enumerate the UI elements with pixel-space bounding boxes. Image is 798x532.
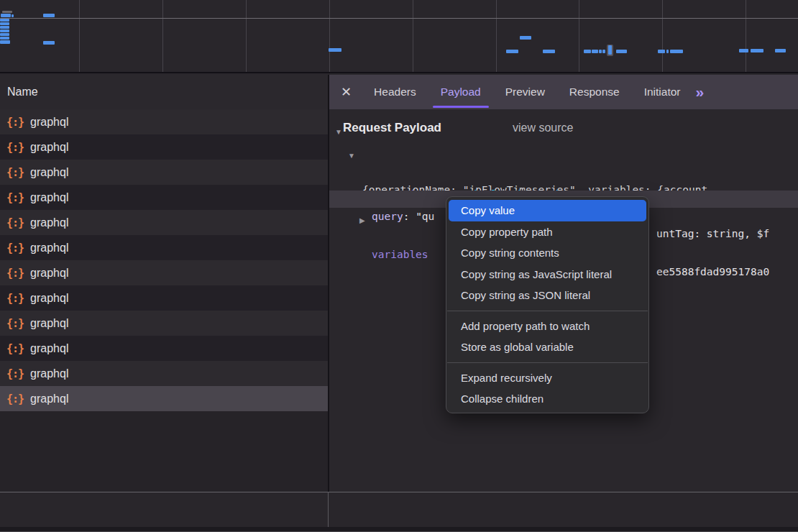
- request-rows: {:}graphql{:}graphql{:}graphql{:}graphql…: [0, 109, 328, 411]
- close-icon[interactable]: ✕: [329, 84, 356, 100]
- timeline-hover-marker-bar: [608, 45, 612, 55]
- json-braces-icon: {:}: [6, 166, 24, 179]
- menu-item-store-as-global-variable[interactable]: Store as global variable: [449, 336, 646, 358]
- request-row[interactable]: {:}graphql: [0, 260, 328, 285]
- request-timing-bar: [0, 22, 9, 25]
- property-row-operationName[interactable]: operationName: "ipFlowTimeseries": [329, 168, 798, 185]
- request-name: graphql: [30, 216, 68, 229]
- request-row[interactable]: {:}graphql: [0, 311, 328, 336]
- json-braces-icon: {:}: [6, 191, 24, 204]
- timeline-gridline: [413, 0, 413, 72]
- json-braces-icon: {:}: [6, 367, 24, 380]
- menu-item-copy-string-as-javascript-literal[interactable]: Copy string as JavaScript literal: [449, 264, 646, 285]
- timeline-divider-line: [0, 18, 798, 19]
- request-row[interactable]: {:}graphql: [0, 336, 328, 361]
- json-braces-icon: {:}: [6, 267, 24, 280]
- timeline-gridline: [329, 0, 330, 72]
- tab-headers[interactable]: Headers: [364, 75, 426, 109]
- json-braces-icon: {:}: [6, 116, 24, 129]
- menu-item-copy-string-contents[interactable]: Copy string contents: [449, 242, 646, 264]
- network-overview-timeline[interactable]: [0, 0, 798, 73]
- request-timing-bar: [329, 48, 341, 52]
- section-title: Request Payload: [343, 119, 441, 137]
- tab-payload[interactable]: Payload: [431, 75, 490, 109]
- request-timing-bar: [666, 50, 669, 53]
- devtools-network-panel: Name {:}graphql{:}graphql{:}graphql{:}gr…: [0, 0, 798, 532]
- timeline-gridline: [162, 0, 163, 72]
- menu-item-copy-property-path[interactable]: Copy property path: [449, 221, 646, 243]
- collapse-triangle-icon[interactable]: ▼: [348, 147, 355, 165]
- json-braces-icon: {:}: [6, 141, 24, 154]
- timeline-gridline: [579, 0, 579, 72]
- request-name: graphql: [30, 342, 68, 355]
- request-timing-bar: [12, 14, 14, 17]
- request-name: graphql: [30, 242, 68, 254]
- menu-separator: [447, 311, 648, 311]
- request-timing-bar: [520, 36, 531, 40]
- request-timing-bar: [0, 26, 9, 29]
- request-timing-bar: [775, 49, 786, 52]
- request-payload-section-header: ▼ Request Payload view source: [329, 119, 798, 137]
- menu-item-collapse-children[interactable]: Collapse children: [449, 388, 646, 410]
- request-name: graphql: [30, 141, 68, 154]
- request-timing-bar: [43, 14, 55, 17]
- tab-response[interactable]: Response: [560, 75, 629, 109]
- name-column-header[interactable]: Name: [0, 75, 328, 109]
- request-name: graphql: [30, 116, 68, 129]
- json-braces-icon: {:}: [6, 292, 24, 305]
- menu-separator: [447, 362, 648, 363]
- tabs-container: HeadersPayloadPreviewResponseInitiator: [362, 75, 692, 109]
- request-name: graphql: [30, 191, 68, 204]
- view-source-link[interactable]: view source: [513, 119, 573, 137]
- request-timing-bar: [658, 50, 665, 53]
- menu-item-expand-recursively[interactable]: Expand recursively: [449, 367, 646, 389]
- request-row[interactable]: {:}graphql: [0, 210, 328, 235]
- more-tabs-icon[interactable]: »: [695, 83, 702, 101]
- name-column-label: Name: [7, 86, 38, 98]
- request-timing-bar: [2, 11, 12, 13]
- details-tabbar: ✕ HeadersPayloadPreviewResponseInitiator…: [329, 75, 798, 109]
- request-timing-bar: [506, 50, 518, 53]
- menu-item-add-property-path-to-watch[interactable]: Add property path to watch: [449, 316, 646, 337]
- json-braces-icon: {:}: [6, 242, 24, 254]
- request-name: graphql: [30, 267, 68, 280]
- request-row[interactable]: {:}graphql: [0, 235, 328, 260]
- timeline-gridline: [496, 0, 497, 72]
- footer-panel-divider: [328, 492, 329, 527]
- menu-item-copy-string-as-json-literal[interactable]: Copy string as JSON literal: [449, 285, 646, 306]
- request-timing-bar: [602, 50, 605, 53]
- tab-initiator[interactable]: Initiator: [635, 75, 690, 109]
- json-braces-icon: {:}: [6, 216, 24, 229]
- expand-triangle-icon[interactable]: ▶: [359, 212, 365, 229]
- request-timing-bar: [592, 50, 598, 53]
- timeline-gridline: [246, 0, 247, 72]
- object-preview-row[interactable]: ▼ {operationName: "ipFlowTimeseries", va…: [329, 147, 798, 164]
- tab-preview[interactable]: Preview: [496, 75, 554, 109]
- json-braces-icon: {:}: [6, 317, 24, 330]
- request-row[interactable]: {:}graphql: [0, 386, 328, 411]
- request-timing-bar: [1, 14, 11, 17]
- request-name: graphql: [30, 166, 68, 179]
- collapse-triangle-icon[interactable]: ▼: [335, 123, 342, 142]
- request-row[interactable]: {:}graphql: [0, 285, 328, 311]
- request-timing-bar: [751, 49, 763, 52]
- timeline-gridline: [746, 0, 746, 72]
- timeline-hover-marker: [607, 45, 613, 56]
- request-row[interactable]: {:}graphql: [0, 361, 328, 386]
- timeline-gridline: [662, 0, 663, 72]
- request-row[interactable]: {:}graphql: [0, 134, 328, 160]
- request-timing-bar: [599, 50, 602, 53]
- menu-item-copy-value[interactable]: Copy value: [449, 200, 646, 221]
- request-row[interactable]: {:}graphql: [0, 160, 328, 185]
- request-row[interactable]: {:}graphql: [0, 185, 328, 210]
- request-name: graphql: [30, 367, 68, 380]
- request-timing-bar: [739, 49, 748, 52]
- request-timing-bar: [43, 41, 55, 45]
- request-timing-bar: [543, 50, 555, 53]
- status-footer: [0, 492, 798, 527]
- property-key: variables: [372, 246, 428, 263]
- request-row[interactable]: {:}graphql: [0, 109, 328, 134]
- request-timing-bar: [584, 50, 591, 53]
- request-timing-bar: [0, 29, 9, 32]
- request-timing-bar: [0, 19, 9, 22]
